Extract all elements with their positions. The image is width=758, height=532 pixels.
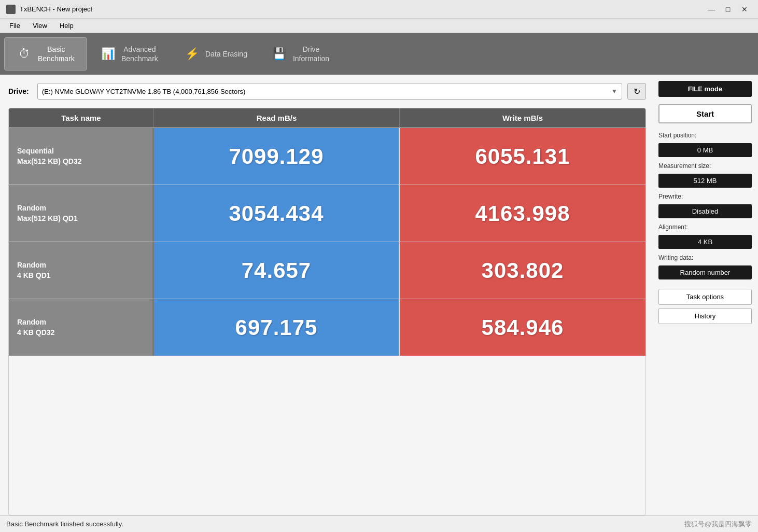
row3-name: Random4 KB QD1 (9, 242, 154, 299)
tab-data-erasing[interactable]: ⚡ Data Erasing (172, 37, 259, 71)
status-bar: Basic Benchmark finished successfully. 搜… (0, 515, 758, 532)
tab-drive-information[interactable]: 💾 DriveInformation (260, 37, 343, 71)
row2-read-value: 3054.434 (229, 201, 324, 226)
start-position-label: Start position: (658, 132, 752, 139)
writing-data-button[interactable]: Random number (658, 265, 752, 279)
basic-benchmark-icon: ⏱ (16, 46, 33, 62)
row3-write: 303.802 (400, 242, 645, 299)
drive-value: (E:) NVMe GLOWAY YCT2TNVMe 1.86 TB (4,00… (42, 88, 245, 95)
tab-advanced-benchmark[interactable]: 📊 AdvancedBenchmark (88, 37, 171, 71)
row4-write-value: 584.946 (482, 315, 564, 340)
table-header: Task name Read mB/s Write mB/s (9, 108, 645, 128)
benchmark-table: Task name Read mB/s Write mB/s Sequentia… (8, 108, 646, 515)
row1-write: 6055.131 (400, 128, 645, 185)
main-area: Drive: (E:) NVMe GLOWAY YCT2TNVMe 1.86 T… (0, 75, 758, 515)
tab-erasing-label: Data Erasing (205, 49, 247, 59)
start-position-value: 0 MB (658, 143, 752, 157)
maximize-button[interactable]: □ (721, 4, 735, 15)
title-bar-controls: — □ ✕ (704, 4, 752, 15)
menu-file[interactable]: File (4, 21, 25, 31)
row2-write-value: 4163.998 (475, 201, 570, 226)
status-text: Basic Benchmark finished successfully. (6, 520, 123, 528)
watermark-text: 搜狐号@我是四海飘零 (684, 520, 752, 529)
content-area: Drive: (E:) NVMe GLOWAY YCT2TNVMe 1.86 T… (0, 75, 654, 515)
prewrite-label: Prewrite: (658, 193, 752, 200)
alignment-label: Alignment: (658, 223, 752, 231)
window-title: TxBENCH - New project (20, 5, 92, 13)
toolbar: ⏱ BasicBenchmark 📊 AdvancedBenchmark ⚡ D… (0, 33, 758, 75)
row3-read-value: 74.657 (242, 258, 311, 283)
measurement-size-value: 512 MB (658, 174, 752, 188)
title-bar-left: TxBENCH - New project (6, 5, 92, 14)
file-mode-button[interactable]: FILE mode (658, 81, 752, 97)
table-row: Random4 KB QD32 697.175 584.946 (9, 299, 645, 356)
col-read: Read mB/s (154, 108, 400, 128)
row1-read-value: 7099.129 (229, 144, 324, 169)
chevron-down-icon: ▼ (611, 88, 617, 95)
tab-drive-label: DriveInformation (293, 45, 329, 63)
table-row: RandomMax(512 KB) QD1 3054.434 4163.998 (9, 185, 645, 242)
row4-read-value: 697.175 (235, 315, 318, 340)
history-button[interactable]: History (658, 308, 752, 324)
row2-name: RandomMax(512 KB) QD1 (9, 185, 154, 242)
row2-read: 3054.434 (154, 185, 400, 242)
row1-read: 7099.129 (154, 128, 400, 185)
writing-data-label: Writing data: (658, 254, 752, 261)
minimize-button[interactable]: — (704, 4, 719, 15)
drive-reload-button[interactable]: ↻ (627, 83, 646, 100)
row1-write-value: 6055.131 (475, 144, 570, 169)
start-button[interactable]: Start (658, 104, 752, 123)
sidebar: FILE mode Start Start position: 0 MB Mea… (654, 75, 758, 515)
close-button[interactable]: ✕ (737, 4, 752, 15)
menu-bar: File View Help (0, 19, 758, 33)
menu-help[interactable]: Help (54, 21, 79, 31)
row3-read: 74.657 (154, 242, 400, 299)
drive-select[interactable]: (E:) NVMe GLOWAY YCT2TNVMe 1.86 TB (4,00… (37, 83, 622, 100)
drive-label: Drive: (8, 87, 32, 95)
app-icon (6, 5, 16, 14)
table-row: SequentialMax(512 KB) QD32 7099.129 6055… (9, 128, 645, 185)
row1-name: SequentialMax(512 KB) QD32 (9, 128, 154, 185)
reload-icon: ↻ (634, 87, 640, 96)
row4-write: 584.946 (400, 299, 645, 356)
tab-advanced-label: AdvancedBenchmark (121, 45, 158, 63)
col-write: Write mB/s (400, 108, 645, 128)
measurement-size-label: Measurement size: (658, 162, 752, 170)
prewrite-value: Disabled (658, 204, 752, 218)
row3-write-value: 303.802 (482, 258, 564, 283)
tab-basic-benchmark[interactable]: ⏱ BasicBenchmark (4, 37, 87, 71)
tab-basic-label: BasicBenchmark (38, 45, 75, 63)
task-options-button[interactable]: Task options (658, 289, 752, 305)
drive-row: Drive: (E:) NVMe GLOWAY YCT2TNVMe 1.86 T… (8, 83, 646, 100)
title-bar: TxBENCH - New project — □ ✕ (0, 0, 758, 19)
advanced-benchmark-icon: 📊 (100, 46, 116, 62)
row4-read: 697.175 (154, 299, 400, 356)
row4-name: Random4 KB QD32 (9, 299, 154, 356)
row2-write: 4163.998 (400, 185, 645, 242)
drive-information-icon: 💾 (271, 46, 288, 62)
data-erasing-icon: ⚡ (184, 46, 200, 62)
menu-view[interactable]: View (27, 21, 52, 31)
table-row: Random4 KB QD1 74.657 303.802 (9, 242, 645, 299)
alignment-value: 4 KB (658, 235, 752, 249)
col-task-name: Task name (9, 108, 154, 128)
